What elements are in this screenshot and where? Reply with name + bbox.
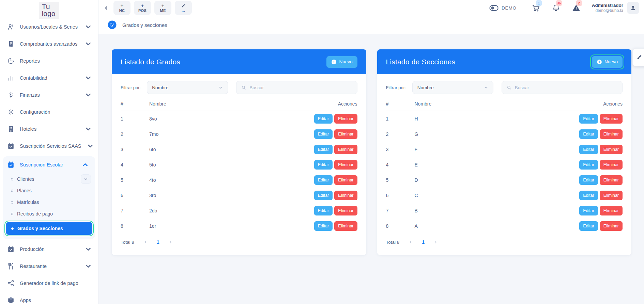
delete-button[interactable]: Eliminar: [334, 221, 357, 231]
filter-select[interactable]: Nombre: [147, 81, 228, 94]
sidebar-subitem-grados-y-secciones[interactable]: Grados y Secciones: [6, 222, 92, 235]
quick-button-pos[interactable]: +POS: [134, 1, 151, 15]
demo-toggle[interactable]: DEMO: [489, 5, 517, 11]
edit-button[interactable]: Editar: [579, 145, 598, 154]
sidebar-item-reportes[interactable]: Reportes: [0, 52, 98, 69]
delete-button[interactable]: Eliminar: [600, 206, 623, 215]
collapse-sidebar-button[interactable]: [101, 2, 111, 13]
main-content: Listado de Grados Nuevo Filtrar por: Nom…: [98, 34, 644, 304]
quick-button-label: POS: [138, 9, 147, 13]
delete-button[interactable]: Eliminar: [600, 114, 623, 124]
edit-button[interactable]: Editar: [314, 160, 333, 170]
search-input[interactable]: [515, 85, 618, 90]
row-name: A: [415, 223, 575, 229]
edit-button[interactable]: Editar: [314, 191, 333, 200]
sidebar-item-suscripcion-escolar[interactable]: Suscripción Escolar: [3, 156, 95, 173]
row-number: 8: [386, 223, 415, 229]
filter-select[interactable]: Nombre: [412, 81, 493, 94]
sidebar-subitem-planes[interactable]: Planes: [3, 185, 95, 196]
page-number[interactable]: 1: [422, 239, 425, 245]
quick-button-nc[interactable]: +NC: [113, 1, 131, 15]
quick-button-me[interactable]: +ME: [154, 1, 171, 15]
theme-customizer-button[interactable]: [632, 48, 644, 66]
row-actions: EditarEliminar: [575, 114, 623, 124]
sidebar-item-apps[interactable]: Apps: [0, 292, 98, 304]
table-row: 2GEditarEliminar: [386, 126, 623, 142]
delete-button[interactable]: Eliminar: [334, 129, 357, 139]
sidebar-subitem-recibos-de-pago[interactable]: Recibos de pago: [3, 208, 95, 220]
sidebar-item-contabilidad[interactable]: Contabilidad: [0, 69, 98, 86]
delete-button[interactable]: Eliminar: [600, 221, 623, 231]
cart-badge: 1: [536, 0, 542, 6]
delete-button[interactable]: Eliminar: [600, 145, 623, 154]
chevron-right-icon[interactable]: [169, 240, 173, 244]
row-name: G: [415, 131, 575, 137]
delete-button[interactable]: Eliminar: [334, 145, 357, 154]
edit-button[interactable]: Editar: [579, 191, 598, 200]
delete-button[interactable]: Eliminar: [600, 129, 623, 139]
sidebar-item-suscripcion-servicios-saas[interactable]: Suscripción Servicios SAAS: [0, 138, 98, 155]
sidebar-subitem-clientes[interactable]: Clientes: [3, 173, 95, 185]
edit-button[interactable]: Editar: [579, 175, 598, 185]
new-seccion-button[interactable]: Nuevo: [592, 56, 623, 68]
sidebar-item-produccion[interactable]: Producción: [0, 241, 98, 258]
sidebar-item-generador-de-link-de-pago[interactable]: Generador de link de pago: [0, 275, 98, 292]
edit-button[interactable]: Editar: [579, 206, 598, 215]
edit-button[interactable]: Editar: [579, 221, 598, 231]
row-number: 1: [121, 116, 149, 122]
edit-button[interactable]: Editar: [314, 129, 333, 139]
table-row: 72doEditarEliminar: [121, 203, 357, 218]
row-actions: EditarEliminar: [310, 191, 357, 200]
pie-chart-icon: [7, 57, 15, 65]
edit-button[interactable]: Editar: [579, 160, 598, 170]
delete-button[interactable]: Eliminar: [600, 175, 623, 185]
app-logo[interactable]: Tu logo: [39, 2, 60, 19]
sidebar-item-finanzas[interactable]: Finanzas: [0, 86, 98, 103]
chevron-left-icon[interactable]: [409, 240, 413, 244]
new-grado-button[interactable]: Nuevo: [326, 56, 357, 68]
chevron-right-icon[interactable]: [434, 240, 438, 244]
delete-button[interactable]: Eliminar: [334, 160, 357, 170]
sidebar-item-hoteles[interactable]: Hoteles: [0, 121, 98, 138]
edit-button[interactable]: Editar: [579, 114, 598, 124]
user-menu[interactable]: Administrador demo@buho.la: [592, 3, 623, 13]
chevron-down-icon: [85, 74, 92, 82]
sidebar-item-label: Apps: [20, 298, 92, 303]
gauge-icon[interactable]: [108, 20, 117, 29]
sidebar-item-usuarios-locales-series[interactable]: Usuarios/Locales & Series: [0, 18, 98, 35]
plus-icon: +: [141, 3, 144, 8]
quick-button-more[interactable]: ...: [175, 1, 192, 15]
sidebar-group-suscripcion-escolar: Suscripción EscolarClientesPlanesMatrícu…: [3, 156, 95, 239]
page-number[interactable]: 1: [157, 239, 159, 245]
alerts-button[interactable]: 2: [572, 3, 581, 12]
bullet-icon: [11, 178, 13, 180]
demo-label: DEMO: [502, 5, 517, 11]
cart-button[interactable]: 1: [532, 3, 540, 12]
row-name: F: [415, 147, 575, 152]
sidebar-subitem-matriculas[interactable]: Matrículas: [3, 196, 95, 208]
sidebar-item-comprobantes-avanzados[interactable]: Comprobantes avanzados: [0, 35, 98, 52]
avatar[interactable]: [627, 2, 639, 14]
subitem-chevron-button[interactable]: [81, 174, 91, 184]
edit-button[interactable]: Editar: [314, 221, 333, 231]
delete-button[interactable]: Eliminar: [600, 191, 623, 200]
column-num: #: [386, 101, 415, 107]
search-input[interactable]: [249, 85, 352, 90]
delete-button[interactable]: Eliminar: [334, 114, 357, 124]
table-row: 4EEditarEliminar: [386, 157, 623, 172]
edit-button[interactable]: Editar: [579, 129, 598, 139]
topbar: +NC+POS+ME... DEMO 1 36 2 Administrador …: [98, 0, 644, 16]
notifications-button[interactable]: 36: [552, 3, 561, 12]
edit-button[interactable]: Editar: [314, 145, 333, 154]
delete-button[interactable]: Eliminar: [600, 160, 623, 170]
delete-button[interactable]: Eliminar: [334, 206, 357, 215]
sidebar-item-restaurante[interactable]: Restaurante: [0, 258, 98, 275]
edit-button[interactable]: Editar: [314, 114, 333, 124]
delete-button[interactable]: Eliminar: [334, 175, 357, 185]
sidebar-item-configuracion[interactable]: Configuración: [0, 103, 98, 121]
delete-button[interactable]: Eliminar: [334, 191, 357, 200]
chevron-left-icon[interactable]: [143, 240, 148, 244]
edit-button[interactable]: Editar: [314, 175, 333, 185]
edit-button[interactable]: Editar: [314, 206, 333, 215]
chevron-left-icon: [104, 5, 109, 11]
